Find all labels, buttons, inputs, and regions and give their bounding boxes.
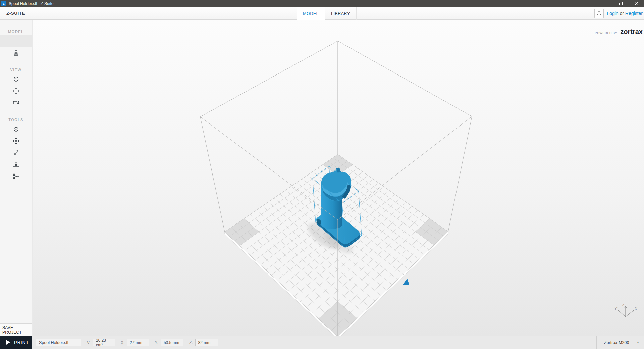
place-tool-icon (12, 160, 20, 168)
volume-label: V: (87, 340, 91, 345)
viewport-3d[interactable]: POWERED BY zortrax (33, 20, 644, 336)
filename-input[interactable] (36, 339, 81, 346)
delete-model-button[interactable] (0, 47, 32, 58)
save-project-button[interactable]: SAVE PROJECT (0, 323, 32, 336)
login-register: Login or Register (607, 11, 643, 16)
axis-x-label: X (634, 307, 637, 311)
minimize-icon (604, 2, 607, 5)
pan-view-button[interactable] (0, 85, 32, 97)
header: Z-SUITE MODEL LIBRARY Login or Register (0, 7, 644, 20)
pan-icon (12, 87, 20, 95)
axis-indicator: Y z X (614, 303, 637, 317)
rotate-tool-icon (12, 125, 20, 133)
rotate-view-button[interactable] (0, 73, 32, 85)
section-label-tools: TOOLS (0, 118, 32, 123)
add-model-button[interactable] (0, 35, 32, 47)
x-dim-label: X: (121, 340, 124, 345)
print-button[interactable]: PRINT (0, 336, 32, 349)
or-label: or (620, 11, 624, 16)
cut-tool-icon (12, 172, 20, 180)
window-titlebar: z Spool Holder.stl - Z-Suite (0, 0, 644, 7)
app-logo-text: Z-SUITE (6, 11, 25, 16)
trash-icon (12, 49, 20, 56)
y-dim-label: Y: (155, 340, 158, 345)
printer-select[interactable]: Zortrax M200 ▼ (596, 336, 644, 349)
z-dim-value: 82 mm (195, 339, 218, 346)
close-icon (635, 2, 638, 5)
y-dim-value: 53.5 mm (161, 339, 183, 346)
app-logo: Z-SUITE (0, 7, 32, 19)
camera-icon (12, 99, 20, 107)
app-icon: z (1, 1, 6, 6)
restore-icon (619, 2, 623, 6)
main-tabs: MODEL LIBRARY (297, 7, 357, 20)
z-dim-label: Z: (189, 340, 193, 345)
rotate-tool-button[interactable] (0, 123, 32, 135)
window-title: Spool Holder.stl - Z-Suite (9, 1, 53, 6)
section-label-view: VIEW (0, 68, 32, 73)
minimize-button[interactable] (598, 0, 613, 7)
scene-canvas[interactable]: Y z X (33, 20, 644, 336)
tab-model[interactable]: MODEL (297, 7, 325, 20)
tab-library[interactable]: LIBRARY (325, 7, 357, 20)
volume-value: 26.23 cm³ (93, 339, 115, 346)
axis-y-label: Y (614, 307, 617, 311)
axis-z-label: z (622, 303, 624, 307)
status-bar: V: 26.23 cm³ X: 27 mm Y: 53.5 mm Z: 82 m… (32, 336, 644, 349)
register-link[interactable]: Register (625, 11, 643, 16)
play-icon (6, 340, 10, 345)
cut-tool-button[interactable] (0, 170, 32, 182)
person-icon (596, 10, 602, 16)
rotate-view-icon (12, 75, 20, 83)
restore-button[interactable] (613, 0, 629, 7)
plus-icon (12, 37, 20, 45)
account-button[interactable] (594, 9, 604, 18)
close-button[interactable] (629, 0, 644, 7)
print-label: PRINT (14, 340, 29, 345)
x-dim-value: 27 mm (127, 339, 149, 346)
place-on-platform-button[interactable] (0, 158, 32, 170)
move-tool-button[interactable] (0, 135, 32, 147)
chevron-down-icon: ▼ (637, 341, 639, 344)
toolbar-sidebar: MODEL VIEW TOOLS (0, 20, 32, 323)
printer-name: Zortrax M200 (604, 340, 629, 345)
scale-tool-icon (12, 149, 20, 157)
login-link[interactable]: Login (607, 11, 618, 16)
section-label-model: MODEL (0, 30, 32, 35)
scale-tool-button[interactable] (0, 147, 32, 158)
platform-front-marker (403, 279, 409, 285)
move-tool-icon (12, 137, 20, 145)
camera-view-button[interactable] (0, 97, 32, 108)
